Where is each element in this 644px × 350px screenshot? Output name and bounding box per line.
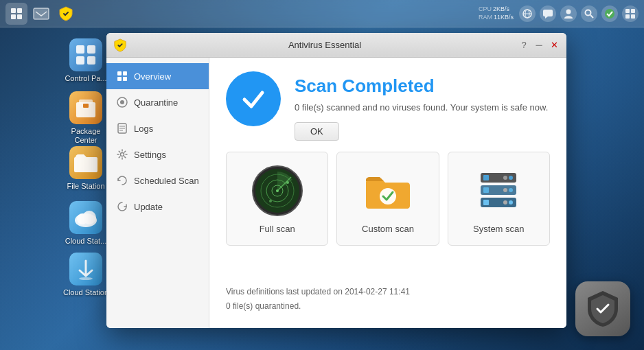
control-panel-label: Control Pa... xyxy=(65,74,106,83)
close-button[interactable]: ✕ xyxy=(549,40,560,51)
svg-point-39 xyxy=(121,153,124,156)
cloud-station1-icon xyxy=(69,201,102,234)
sys-info: CPU 2KB/s RAM 11KB/s xyxy=(479,5,514,21)
svg-rect-19 xyxy=(87,45,95,54)
svg-point-54 xyxy=(503,176,507,180)
desktop-icon-control-panel[interactable]: Control Pa... xyxy=(62,38,110,83)
full-scan-option[interactable]: Full scan xyxy=(226,152,328,246)
logs-icon xyxy=(116,122,128,135)
taskbar-right: CPU 2KB/s RAM 11KB/s xyxy=(479,5,639,22)
checkmark-icon xyxy=(236,82,271,116)
svg-point-10 xyxy=(566,9,571,14)
title-bar-shield-icon xyxy=(113,38,127,52)
ram-val: 11KB/s xyxy=(494,14,514,22)
svg-rect-52 xyxy=(483,175,489,180)
custom-scan-option[interactable]: Custom scan xyxy=(336,152,439,246)
sidebar-settings-label: Settings xyxy=(134,150,166,160)
svg-rect-21 xyxy=(87,56,95,65)
settings-icon xyxy=(116,148,128,161)
package-center-label: Package Center xyxy=(62,127,110,145)
taskbar-right-icons xyxy=(519,5,639,22)
svg-point-47 xyxy=(286,181,289,184)
cloud-station2-label: Cloud Station xyxy=(63,288,108,297)
sidebar-quarantine-label: Quarantine xyxy=(134,97,178,108)
app-window: Antivirus Essential ? ─ ✕ Overview xyxy=(106,33,566,328)
search-icon[interactable] xyxy=(581,5,597,22)
sidebar-overview-label: Overview xyxy=(134,71,171,82)
taskbar: CPU 2KB/s RAM 11KB/s xyxy=(0,0,644,27)
browser-taskbar-icon[interactable] xyxy=(30,3,52,25)
sidebar-item-overview[interactable]: Overview xyxy=(106,63,209,89)
update-icon xyxy=(116,200,128,213)
svg-rect-24 xyxy=(83,104,89,108)
svg-rect-20 xyxy=(76,56,84,65)
svg-rect-14 xyxy=(625,9,630,13)
svg-rect-17 xyxy=(631,14,635,19)
shield-taskbar-icon[interactable] xyxy=(55,3,77,25)
apps-taskbar-icon[interactable] xyxy=(5,3,27,25)
sidebar-item-quarantine[interactable]: Quarantine xyxy=(106,89,209,115)
svg-rect-32 xyxy=(123,77,127,81)
file-station-icon xyxy=(69,146,102,179)
sidebar-item-logs[interactable]: Logs xyxy=(106,115,209,141)
desktop-icon-package-center[interactable]: Package Center xyxy=(62,91,110,145)
svg-point-61 xyxy=(509,200,513,205)
svg-rect-1 xyxy=(17,8,22,13)
minimize-button[interactable]: ? xyxy=(518,40,529,51)
scan-header: Scan Completed 0 file(s) scanned and no … xyxy=(226,71,550,141)
custom-scan-label: Custom scan xyxy=(362,224,414,234)
grid-icon[interactable] xyxy=(622,5,639,22)
svg-point-53 xyxy=(509,176,513,180)
check-icon[interactable] xyxy=(601,5,618,22)
system-scan-option[interactable]: System scan xyxy=(448,152,550,246)
desktop-icon-file-station[interactable]: File Station xyxy=(62,146,110,191)
network-icon[interactable] xyxy=(519,5,536,22)
cpu-label: CPU xyxy=(479,5,492,14)
svg-rect-4 xyxy=(34,8,49,19)
shield-badge[interactable] xyxy=(575,281,630,336)
cpu-val: 2KB/s xyxy=(493,5,509,14)
window-body: Overview Quarantine xyxy=(106,58,566,328)
svg-rect-2 xyxy=(11,14,16,19)
svg-point-11 xyxy=(586,10,591,15)
footer-info: Virus definitions last updated on 2014-0… xyxy=(226,285,550,314)
sidebar-item-update[interactable]: Update xyxy=(106,194,209,220)
shield-badge-icon xyxy=(586,290,620,328)
svg-rect-15 xyxy=(631,9,635,13)
scan-title: Scan Completed xyxy=(295,75,550,97)
sidebar-scheduled-scan-label: Scheduled Scan xyxy=(134,176,199,186)
full-scan-icon xyxy=(250,163,305,218)
svg-marker-9 xyxy=(545,16,548,19)
scan-options: Full scan xyxy=(226,152,550,246)
svg-point-57 xyxy=(509,188,513,192)
svg-rect-18 xyxy=(76,45,84,54)
desktop-icon-cloud-station1[interactable]: Cloud Stat... xyxy=(62,201,110,246)
user-icon[interactable] xyxy=(560,5,577,22)
svg-point-62 xyxy=(503,200,507,205)
svg-rect-8 xyxy=(543,10,553,16)
sidebar-item-scheduled-scan[interactable]: Scheduled Scan xyxy=(106,167,209,194)
scan-check-circle xyxy=(226,71,281,126)
virus-def-update: Virus definitions last updated on 2014-0… xyxy=(226,285,550,300)
svg-rect-29 xyxy=(117,71,122,75)
ok-button[interactable]: OK xyxy=(295,122,339,141)
ram-label: RAM xyxy=(479,14,492,22)
cloud-station1-label: Cloud Stat... xyxy=(65,237,107,246)
svg-rect-60 xyxy=(483,200,489,205)
svg-line-12 xyxy=(590,15,593,18)
svg-point-58 xyxy=(503,188,507,192)
system-scan-label: System scan xyxy=(473,224,524,234)
sidebar-logs-label: Logs xyxy=(134,124,153,134)
chat-icon[interactable] xyxy=(540,5,556,22)
svg-point-13 xyxy=(605,9,614,19)
package-center-icon xyxy=(69,91,102,124)
svg-rect-56 xyxy=(483,187,489,193)
restore-button[interactable]: ─ xyxy=(533,40,544,51)
sidebar-item-settings[interactable]: Settings xyxy=(106,141,209,167)
taskbar-left xyxy=(5,3,479,25)
svg-point-28 xyxy=(79,277,93,280)
cloud-station2-icon xyxy=(69,253,102,285)
sidebar: Overview Quarantine xyxy=(106,58,209,328)
title-bar: Antivirus Essential ? ─ ✕ xyxy=(106,33,566,58)
desktop-icon-cloud-station2[interactable]: Cloud Station xyxy=(62,253,110,297)
